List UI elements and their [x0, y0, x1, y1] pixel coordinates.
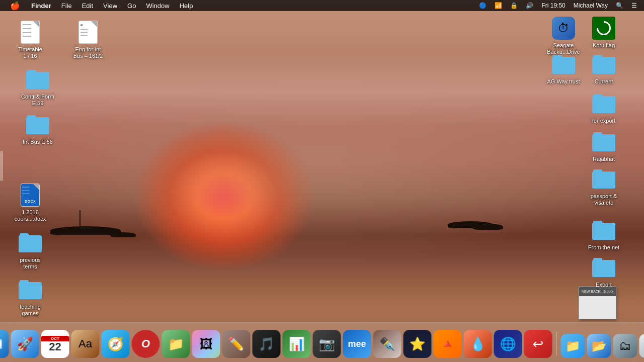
- dock-opera[interactable]: O: [132, 330, 160, 358]
- desktop-icon-rajabhat[interactable]: Rajabhat: [584, 128, 624, 164]
- go-menu[interactable]: Go: [122, 0, 141, 11]
- boat-silhouette-4: [473, 224, 503, 230]
- dock-mee[interactable]: mee: [343, 330, 371, 358]
- contr-form-icon: [26, 67, 50, 92]
- int-bus-icon: [26, 113, 50, 137]
- scrollbar[interactable]: [0, 151, 3, 181]
- timetable-label: Timetable1 / 16: [18, 46, 42, 59]
- ag-way-icon: [551, 52, 576, 76]
- file-menu[interactable]: File: [56, 0, 77, 11]
- dock-separator: [556, 332, 557, 356]
- desktop-icon-cours-docx[interactable]: DOCX ════════════ 1 2016cours....docx: [10, 181, 50, 224]
- desktop-icon-int-bus[interactable]: Int Bus E 56: [18, 111, 58, 147]
- dock-photos[interactable]: 🖼: [192, 330, 220, 358]
- passport-label: passport &visa etc: [591, 193, 617, 206]
- desktop-icon-eng-bus[interactable]: ≡ ════════════ Eng for IntBus – 161/2: [68, 18, 108, 61]
- desktop-icon-export[interactable]: Export: [584, 253, 624, 290]
- boat-silhouette-1: [50, 226, 121, 235]
- contr-form-label: Contr & FormE 59: [21, 94, 54, 107]
- ag-way-label: AG Way trust: [547, 78, 580, 85]
- dock-star[interactable]: ⭐: [404, 330, 432, 358]
- dock-vector[interactable]: ✒️: [373, 330, 401, 358]
- dock-safari[interactable]: 🧭: [102, 330, 130, 358]
- desktop-icon-previous-terms[interactable]: previousterms: [10, 229, 50, 272]
- from-net-label: From the net: [588, 244, 619, 251]
- sticky-note: NEW BACK...S.pptx: [579, 287, 616, 319]
- for-export-label: for export: [592, 118, 615, 124]
- view-menu[interactable]: View: [98, 0, 122, 11]
- teaching-games-icon: [18, 278, 42, 302]
- clock: Fri 19:50: [538, 0, 568, 11]
- menubar-right: 🔵 📶 🔒 🔊 Fri 19:50 Michael Way 🔍 ☰: [476, 0, 644, 11]
- int-bus-label: Int Bus E 56: [23, 139, 53, 145]
- previous-terms-icon: [18, 231, 42, 255]
- desktop-icon-for-export[interactable]: for export: [584, 89, 624, 126]
- dock-numbers[interactable]: 📊: [283, 330, 311, 358]
- for-export-icon: [592, 92, 616, 116]
- dock-calendar[interactable]: OCT 22: [41, 330, 69, 358]
- notification-icon[interactable]: ☰: [628, 0, 640, 11]
- app-name-menu[interactable]: Finder: [26, 0, 56, 11]
- help-menu[interactable]: Help: [175, 0, 198, 11]
- from-net-icon: [592, 218, 616, 242]
- dock-doc-window[interactable]: 🗒: [639, 334, 645, 358]
- rajabhat-icon: [592, 130, 616, 154]
- wifi-icon[interactable]: 📶: [492, 0, 505, 11]
- koru-flag-label: Koru flag: [593, 42, 615, 49]
- sticky-bar: NEW BACK...S.pptx: [579, 287, 616, 296]
- volume-icon[interactable]: 🔊: [523, 0, 536, 11]
- dock-mail[interactable]: ✉️: [0, 330, 9, 358]
- cours-docx-icon: DOCX ════════════: [18, 183, 42, 207]
- edit-menu[interactable]: Edit: [77, 0, 98, 11]
- current-label: Current: [595, 78, 613, 85]
- current-icon: [592, 52, 616, 76]
- desktop-icon-timetable[interactable]: ════════════════ Timetable1 / 16: [10, 18, 50, 61]
- dock-fluid[interactable]: 💧: [464, 330, 492, 358]
- menubar-left: 🍎 Finder File Edit View Go Window Help: [0, 0, 198, 11]
- dock-files[interactable]: 📁: [162, 330, 190, 358]
- desktop-icon-koru-flag[interactable]: Koru flag: [584, 14, 624, 51]
- dock-music[interactable]: 🎵: [253, 330, 281, 358]
- user-name[interactable]: Michael Way: [571, 0, 611, 11]
- eng-bus-label: Eng for IntBus – 161/2: [73, 46, 103, 59]
- lock-icon[interactable]: 🔒: [507, 0, 521, 11]
- desktop-icon-teaching-games[interactable]: teachinggames: [10, 276, 50, 319]
- previous-terms-label: previousterms: [20, 257, 41, 270]
- teaching-games-label: teachinggames: [20, 304, 41, 317]
- desktop-icon-passport[interactable]: passport &visa etc: [584, 165, 624, 208]
- boat-silhouette-2: [111, 232, 136, 237]
- dock-reeder[interactable]: ↩: [524, 330, 552, 358]
- dock-proxy[interactable]: 🌐: [494, 330, 522, 358]
- sticky-content: [579, 296, 616, 299]
- bluetooth-icon[interactable]: 🔵: [476, 0, 490, 11]
- menubar: 🍎 Finder File Edit View Go Window Help 🔵…: [0, 0, 644, 11]
- rajabhat-label: Rajabhat: [593, 156, 615, 162]
- passport-icon: [592, 167, 616, 191]
- dock-vlc[interactable]: 🔺: [434, 330, 462, 358]
- desktop-icon-current[interactable]: Current: [584, 50, 624, 87]
- window-menu[interactable]: Window: [141, 0, 174, 11]
- dock-rocket[interactable]: 🚀: [11, 330, 39, 358]
- desktop-icon-ag-way[interactable]: AG Way trust: [543, 50, 584, 87]
- eng-bus-icon: ≡ ════════════: [76, 20, 100, 44]
- dock-folder-2[interactable]: 📂: [587, 334, 611, 358]
- timetable-icon: ════════════════: [18, 20, 42, 44]
- seagate-icon: ⏱: [551, 16, 576, 40]
- cours-docx-label: 1 2016cours....docx: [15, 209, 46, 222]
- dock-dictionary[interactable]: Aa: [71, 330, 100, 358]
- dock: 🖥 ✉️ 🚀 OCT 22 Aa 🧭 O 📁 🖼 ✏️ 🎵: [0, 322, 644, 362]
- dock-finder-window[interactable]: 🗂: [613, 334, 637, 358]
- koru-flag-icon: [592, 16, 616, 40]
- desktop-icon-contr-form[interactable]: Contr & FormE 59: [18, 65, 58, 109]
- boat-mast-1: [79, 210, 80, 226]
- dock-draw[interactable]: ✏️: [222, 330, 251, 358]
- desktop-icon-from-net[interactable]: From the net: [584, 216, 624, 253]
- search-icon[interactable]: 🔍: [613, 0, 626, 11]
- dock-camera[interactable]: 📷: [313, 330, 341, 358]
- apple-menu[interactable]: 🍎: [4, 0, 26, 11]
- dock-folder-1[interactable]: 📁: [561, 334, 585, 358]
- export-icon: [592, 255, 616, 280]
